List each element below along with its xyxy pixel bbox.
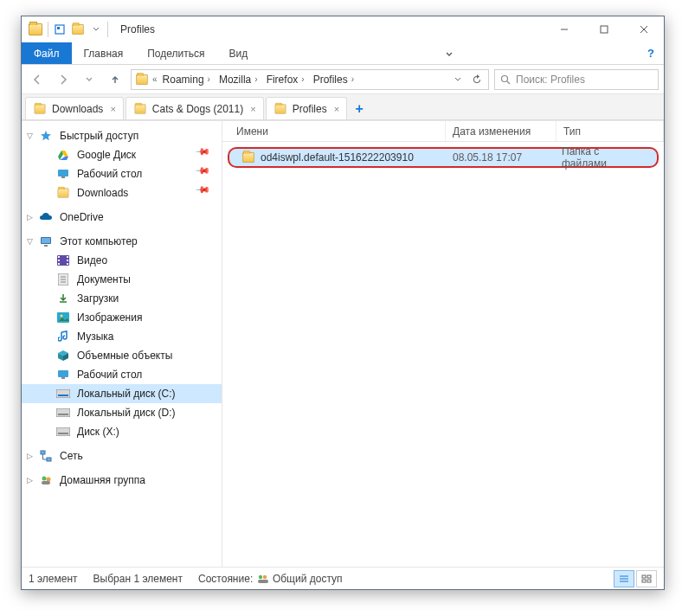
sidebar-item-video[interactable]: Видео [22,251,222,270]
column-name[interactable]: Имени [229,121,446,141]
sidebar-item-downloads[interactable]: Downloads📌 [22,183,222,202]
status-state: Состояние: Общий доступ [198,573,343,585]
refresh-button[interactable] [467,70,486,89]
address-history-button[interactable] [448,70,467,89]
column-date[interactable]: Дата изменения [446,121,557,141]
close-icon[interactable]: × [334,104,339,114]
svg-rect-28 [61,377,65,379]
svg-rect-15 [58,260,60,261]
minimize-button[interactable] [544,16,584,42]
sidebar-network[interactable]: ▷ Сеть [22,446,222,465]
ribbon-tab-view[interactable]: Вид [216,42,260,64]
sidebar-quick-access[interactable]: ▽ Быстрый доступ [22,126,222,145]
pin-icon: 📌 [195,163,217,185]
svg-rect-29 [56,389,70,398]
pin-icon: 📌 [195,144,217,166]
svg-rect-30 [58,395,68,396]
nav-recent-button[interactable] [79,69,100,90]
sidebar-this-pc[interactable]: ▽ Этот компьютер [22,232,222,251]
sidebar-item-documents[interactable]: Документы [22,270,222,289]
file-name: od4iswpl.default-1516222203910 [261,151,414,164]
svg-rect-34 [58,433,68,434]
sidebar-item-desktop[interactable]: Рабочий стол📌 [22,164,222,183]
nav-up-button[interactable] [105,69,125,90]
folder-icon [242,152,254,163]
desktop-icon [56,167,70,181]
star-icon [39,129,53,143]
sidebar-item-drive-x[interactable]: Диск (X:) [22,422,222,441]
svg-rect-11 [42,238,50,243]
statusbar: 1 элемент Выбран 1 элемент Состояние: Об… [22,567,664,589]
svg-rect-35 [41,451,45,454]
sidebar-item-gdrive[interactable]: Google Диск📌 [22,145,222,164]
svg-point-37 [42,477,47,481]
svg-rect-32 [58,414,68,415]
address-bar[interactable]: « Roaming› Mozilla› Firefox› Profiles› [131,69,489,90]
ribbon-tab-home[interactable]: Главная [72,42,136,64]
search-icon [500,74,511,85]
svg-line-7 [507,81,510,84]
qat-dropdown-icon[interactable] [90,23,102,35]
nav-forward-button[interactable] [53,69,74,90]
doc-tab[interactable]: Downloads × [25,97,124,119]
close-icon[interactable]: × [110,104,115,114]
video-icon [56,253,70,267]
file-date: 08.05.18 17:07 [446,151,555,164]
window-title: Profiles [120,23,155,35]
svg-point-26 [61,315,63,318]
sidebar-item-drive-c[interactable]: Локальный диск (C:) [22,384,222,403]
ribbon-expand-icon[interactable] [436,42,462,64]
sidebar-item-music[interactable]: Музыка [22,327,222,346]
nav-back-button[interactable] [27,69,48,90]
column-type[interactable]: Тип [557,121,664,141]
status-count: 1 элемент [29,573,78,585]
document-tabs: Downloads × Cats & Dogs (2011) × Profile… [22,94,664,120]
app-icon [29,23,42,35]
svg-rect-17 [67,256,68,258]
ribbon-tab-share[interactable]: Поделиться [135,42,216,64]
svg-rect-19 [67,263,68,265]
svg-point-38 [47,478,51,482]
sidebar-homegroup[interactable]: ▷ Домашняя группа [22,471,222,490]
sidebar-onedrive[interactable]: ▷ OneDrive [22,208,222,227]
breadcrumb-item: Roaming› [159,70,214,89]
svg-rect-14 [58,256,60,258]
view-icons-button[interactable] [636,570,657,587]
svg-rect-27 [58,370,68,377]
file-row-selected[interactable]: od4iswpl.default-1516222203910 08.05.18 … [228,147,659,168]
sidebar-item-pictures[interactable]: Изображения [22,308,222,327]
close-icon[interactable]: × [250,104,255,114]
ribbon-help-icon[interactable]: ? [638,42,664,64]
doc-tab-active[interactable]: Profiles × [266,97,347,119]
svg-rect-39 [42,481,50,484]
new-tab-button[interactable]: + [349,99,370,119]
maximize-button[interactable] [584,16,624,42]
svg-rect-16 [58,263,60,265]
ribbon: Файл Главная Поделиться Вид ? [22,42,664,65]
sidebar-item-drive-d[interactable]: Локальный диск (D:) [22,403,222,422]
sidebar-item-3d[interactable]: Объемные объекты [22,346,222,365]
svg-rect-9 [61,176,65,178]
svg-rect-36 [47,458,51,461]
people-icon [256,574,270,584]
svg-rect-8 [58,170,68,176]
svg-rect-33 [56,427,70,436]
view-details-button[interactable] [614,570,634,587]
gdrive-icon [56,148,70,162]
qat-newfolder-icon[interactable] [72,24,84,35]
file-type: Папка с файлами [555,145,652,170]
sidebar-item-zdownloads[interactable]: Загрузки [22,289,222,308]
pin-icon: 📌 [195,182,217,204]
svg-rect-25 [57,312,69,323]
ribbon-tab-file[interactable]: Файл [22,42,72,64]
search-input[interactable]: Поиск: Profiles [494,69,659,90]
close-button[interactable] [624,16,664,42]
doc-tab[interactable]: Cats & Dogs (2011) × [125,97,264,119]
sidebar-item-desktop2[interactable]: Рабочий стол [22,365,222,384]
explorer-window: Profiles Файл Главная Поделиться Вид ? «… [21,16,665,590]
qat-properties-icon[interactable] [54,23,66,35]
svg-rect-46 [642,575,646,578]
status-selected: Выбран 1 элемент [93,573,183,585]
pc-icon [39,234,53,248]
svg-rect-3 [601,26,608,33]
